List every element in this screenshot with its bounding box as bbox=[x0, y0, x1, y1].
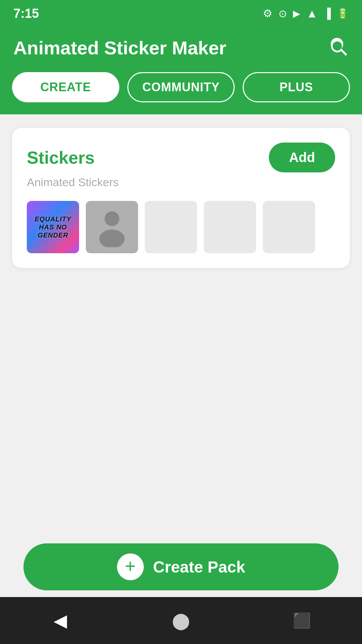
create-pack-label: Create Pack bbox=[153, 558, 245, 576]
settings-icon: ⚙ bbox=[263, 7, 273, 20]
status-time: 7:15 bbox=[13, 6, 39, 21]
nav-recents-button[interactable] bbox=[288, 607, 315, 634]
sticker-1-text: EQUALITYHAS NOGENDER bbox=[31, 212, 74, 243]
tab-plus[interactable]: PLUS bbox=[243, 72, 350, 102]
sticker-item-3[interactable] bbox=[145, 201, 197, 253]
create-pack-container: + Create Pack bbox=[23, 543, 339, 590]
app-header: Animated Sticker Maker bbox=[0, 27, 362, 72]
sticker-card-header: Stickers Add bbox=[27, 143, 335, 172]
signal-icon: ▐ bbox=[324, 8, 331, 19]
target-icon: ⊙ bbox=[279, 8, 287, 19]
nav-back-button[interactable] bbox=[47, 607, 74, 634]
plus-icon: + bbox=[125, 557, 136, 576]
sticker-card: Stickers Add Animated Stickers EQUALITYH… bbox=[12, 128, 350, 268]
search-button[interactable] bbox=[328, 37, 349, 59]
sticker-item-1[interactable]: EQUALITYHAS NOGENDER bbox=[27, 201, 79, 253]
tab-create[interactable]: CREATE bbox=[12, 72, 119, 102]
sticker-item-4[interactable] bbox=[204, 201, 256, 253]
app-title: Animated Sticker Maker bbox=[13, 37, 226, 59]
create-pack-button[interactable]: + Create Pack bbox=[23, 543, 339, 590]
wifi-icon: ▲ bbox=[306, 7, 318, 20]
youtube-icon: ▶ bbox=[293, 8, 300, 19]
nav-home-button[interactable] bbox=[168, 607, 194, 634]
create-pack-icon: + bbox=[117, 553, 144, 580]
status-icons: ⚙ ⊙ ▶ ▲ ▐ 🔋 bbox=[263, 7, 349, 20]
person-photo bbox=[86, 201, 138, 253]
sticker-item-2[interactable] bbox=[86, 201, 138, 253]
status-bar: 7:15 ⚙ ⊙ ▶ ▲ ▐ 🔋 bbox=[0, 0, 362, 27]
sticker-row: EQUALITYHAS NOGENDER bbox=[27, 201, 335, 253]
sticker-card-title: Stickers bbox=[27, 148, 95, 168]
main-content: Stickers Add Animated Stickers EQUALITYH… bbox=[0, 114, 362, 281]
svg-point-0 bbox=[105, 211, 119, 226]
nav-bar bbox=[0, 597, 362, 644]
tab-community[interactable]: COMMUNITY bbox=[127, 72, 235, 102]
sticker-card-subtitle: Animated Stickers bbox=[27, 176, 335, 189]
battery-icon: 🔋 bbox=[337, 8, 349, 19]
sticker-item-5[interactable] bbox=[263, 201, 315, 253]
tab-bar: CREATE COMMUNITY PLUS bbox=[0, 72, 362, 114]
svg-point-1 bbox=[99, 229, 125, 247]
add-sticker-button[interactable]: Add bbox=[269, 143, 335, 172]
